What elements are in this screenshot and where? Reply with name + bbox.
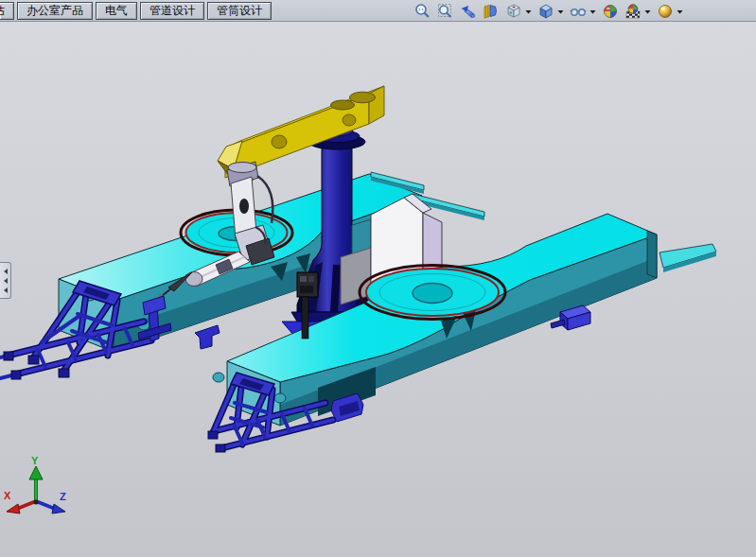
- tab-piping-design[interactable]: 管道设计: [140, 2, 204, 20]
- previous-view-icon[interactable]: [460, 3, 477, 20]
- expand-arrow-icon: [4, 269, 8, 274]
- dropdown-arrow-icon[interactable]: [525, 3, 532, 20]
- cad-application-window: { "window": {"width": 799, "height": 589…: [0, 0, 756, 557]
- tab-evaluate-partial[interactable]: 估: [0, 2, 14, 20]
- display-style-icon[interactable]: [537, 3, 554, 20]
- view-orientation-icon[interactable]: [505, 3, 522, 20]
- expand-arrow-icon: [4, 287, 8, 293]
- dropdown-arrow-icon[interactable]: [589, 3, 596, 20]
- expand-arrow-icon: [4, 278, 8, 284]
- dropdown-arrow-icon[interactable]: [644, 3, 651, 20]
- apply-scene-icon[interactable]: [624, 3, 642, 20]
- edit-appearance-icon[interactable]: [602, 3, 619, 20]
- right-turntable-ring[interactable]: [360, 266, 505, 320]
- dropdown-arrow-icon[interactable]: [557, 3, 564, 20]
- section-view-icon[interactable]: [483, 3, 500, 20]
- view-settings-icon[interactable]: [657, 3, 674, 20]
- triad-z-label: Z: [60, 491, 66, 502]
- command-tabs: 估 办公室产品 电气 管道设计 管筒设计: [0, 0, 272, 21]
- command-manager-toolbar: 估 办公室产品 电气 管道设计 管筒设计: [0, 0, 756, 22]
- viewport-3d-scene[interactable]: X Y Z: [0, 0, 756, 557]
- dropdown-arrow-icon[interactable]: [677, 3, 683, 20]
- hide-show-items-icon[interactable]: [570, 3, 587, 20]
- triad-x-label: X: [4, 490, 11, 501]
- trunnion-pad: [213, 373, 224, 382]
- beam-bracket[interactable]: [195, 325, 220, 349]
- zoom-to-area-icon[interactable]: [437, 3, 454, 20]
- tab-tubing-design[interactable]: 管筒设计: [207, 2, 272, 20]
- feature-tree-expander-button[interactable]: [0, 262, 11, 299]
- tab-office-products[interactable]: 办公室产品: [17, 2, 93, 20]
- tab-electrical[interactable]: 电气: [96, 2, 137, 20]
- orientation-triad: X Y Z: [4, 455, 66, 513]
- zoom-to-fit-icon[interactable]: [414, 3, 431, 20]
- trunnion-pad: [274, 393, 286, 403]
- heads-up-view-toolbar: [414, 2, 683, 20]
- triad-y-label: Y: [31, 455, 39, 466]
